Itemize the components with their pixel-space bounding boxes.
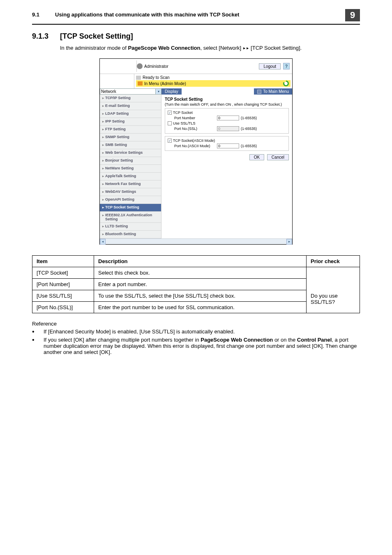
reference-item: • If you select [OK] after changing mult…: [32, 337, 360, 355]
nav-item-bluetooth[interactable]: ▸Bluetooth Setting: [100, 231, 161, 238]
select-dropdown-icon[interactable]: ▾: [156, 88, 161, 95]
ok-button[interactable]: OK: [249, 154, 264, 160]
to-main-menu-button[interactable]: To Main Menu: [254, 88, 292, 95]
nav-item-appletalk[interactable]: ▸AppleTalk Setting: [100, 173, 161, 180]
table-row: [TCP Socket] Select this check box.: [32, 267, 360, 279]
port-ssl-input[interactable]: [217, 126, 239, 131]
th-desc: Description: [94, 256, 307, 267]
header-section-number: 9.1: [32, 12, 55, 18]
use-ssl-checkbox[interactable]: [168, 121, 172, 125]
scroll-left-icon[interactable]: ◂: [100, 239, 106, 245]
port-ascii-input[interactable]: [217, 143, 239, 148]
help-button[interactable]: ?: [283, 63, 290, 69]
admin-icon: [137, 63, 143, 69]
logo-placeholder: [102, 60, 137, 72]
screenshot-nav: ▸TCP/IP Setting ▸E-mail Setting ▸LDAP Se…: [100, 95, 161, 238]
warning-icon: [138, 81, 143, 86]
th-item: Item: [32, 256, 94, 267]
chapter-badge: 9: [345, 9, 360, 21]
content-box-1: ✓TCP Socket Port Number(1-65535) Use SSL…: [165, 108, 289, 134]
nav-item-webservice[interactable]: ▸Web Service Settings: [100, 149, 161, 157]
nav-item-webdav[interactable]: ▸WebDAV Settings: [100, 188, 161, 196]
screenshot-filter: Network ▾ Display To Main Menu: [100, 88, 292, 95]
nav-item-snmp[interactable]: ▸SNMP Setting: [100, 134, 161, 141]
admin-label: Administrator: [144, 64, 257, 69]
nav-item-ieee8021x[interactable]: ▸IEEE802.1X Authentication Setting: [100, 212, 161, 223]
section-title: [TCP Socket Setting]: [60, 32, 133, 41]
section-heading: 9.1.3 [TCP Socket Setting]: [32, 32, 360, 41]
nav-item-bonjour[interactable]: ▸Bonjour Setting: [100, 157, 161, 165]
tcp-socket-checkbox[interactable]: ✓: [168, 111, 172, 115]
nav-item-openapi[interactable]: ▸OpenAPI Setting: [100, 196, 161, 204]
reference-block: Reference • If [Enhanced Security Mode] …: [32, 321, 360, 355]
nav-item-ldap[interactable]: ▸LDAP Setting: [100, 110, 161, 118]
header-section-title: Using applications that communicate with…: [55, 12, 345, 18]
status-menu: In Menu (Admin Mode): [136, 80, 291, 87]
refresh-icon[interactable]: [283, 81, 289, 86]
table-row: [Use SSL/TLS] To use the SSL/TLS, select…: [32, 290, 360, 302]
nav-item-smb[interactable]: ▸SMB Setting: [100, 141, 161, 149]
reference-item: • If [Enhanced Security Mode] is enabled…: [32, 328, 360, 335]
status-ready: Ready to Scan: [136, 75, 291, 80]
section-intro: In the administrator mode of PageScope W…: [60, 45, 360, 51]
category-select[interactable]: Network: [100, 88, 156, 95]
page-header: 9.1 Using applications that communicate …: [32, 12, 360, 25]
scroll-right-icon[interactable]: ▸: [286, 239, 292, 245]
nav-item-email[interactable]: ▸E-mail Setting: [100, 102, 161, 110]
tcp-ascii-checkbox[interactable]: ✓: [168, 139, 172, 143]
scrollbar[interactable]: ◂ ▸: [100, 238, 292, 244]
nav-item-ftp[interactable]: ▸FTP Setting: [100, 126, 161, 134]
display-button[interactable]: Display: [161, 88, 182, 95]
cancel-button[interactable]: Cancel: [267, 154, 289, 160]
nav-item-ipp[interactable]: ▸IPP Setting: [100, 118, 161, 126]
content-note: (Turn the main switch OFF, and then ON ,…: [165, 102, 289, 106]
nav-item-tcpip[interactable]: ▸TCP/IP Setting: [100, 95, 161, 102]
table-row: [Port Number] Enter a port number.: [32, 279, 360, 290]
screenshot: Administrator Logout ? Ready to Scan In …: [99, 58, 293, 245]
main-menu-icon: [257, 90, 261, 94]
description-table: Item Description Prior check [TCP Socket…: [32, 255, 360, 313]
nav-item-networkfax[interactable]: ▸Network Fax Setting: [100, 180, 161, 188]
reference-title: Reference: [32, 321, 360, 327]
nav-item-lltd[interactable]: ▸LLTD Setting: [100, 223, 161, 231]
content-title: TCP Socket Setting: [165, 97, 289, 102]
content-box-2: ✓TCP Socket(ASCII Mode) Port No.(ASCII M…: [165, 136, 289, 151]
section-number: 9.1.3: [32, 32, 60, 41]
screenshot-topbar: Administrator Logout ?: [100, 59, 292, 74]
screenshot-status: Ready to Scan In Menu (Admin Mode): [100, 74, 292, 88]
screenshot-content: TCP Socket Setting (Turn the main switch…: [161, 95, 292, 238]
logout-button[interactable]: Logout: [259, 63, 281, 69]
nav-item-netware[interactable]: ▸NetWare Setting: [100, 165, 161, 173]
printer-icon: [136, 76, 141, 80]
th-prior: Prior check: [307, 256, 360, 267]
port-number-input[interactable]: [217, 116, 239, 120]
nav-item-tcpsocket[interactable]: ▸TCP Socket Setting: [100, 204, 161, 212]
